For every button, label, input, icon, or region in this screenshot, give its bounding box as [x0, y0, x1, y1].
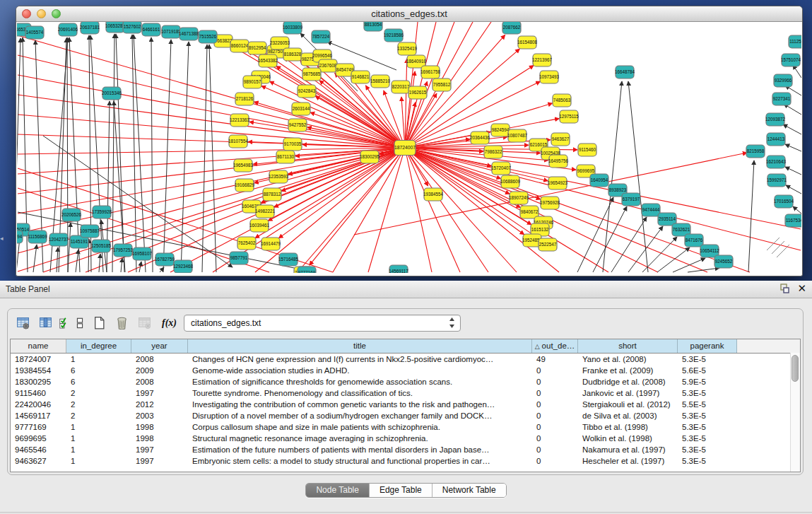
graph-node[interactable]: 12353593: [269, 170, 289, 183]
graph-node[interactable]: 16033809: [283, 22, 303, 34]
table-cell[interactable]: 5.3E-5: [678, 444, 737, 455]
table-cell[interactable]: 5.6E-5: [678, 365, 737, 376]
table-cell[interactable]: 9463627: [11, 455, 66, 467]
graph-node[interactable]: 1167534: [785, 214, 801, 227]
graph-node[interactable]: 8220317: [392, 81, 410, 93]
graph-node[interactable]: 8671130: [276, 151, 295, 163]
graph-node[interactable]: 1112534: [789, 35, 801, 48]
graph-node[interactable]: 9474444: [642, 204, 660, 216]
table-cell[interactable]: 1998: [131, 421, 188, 433]
graph-node[interactable]: 19166829: [235, 179, 255, 192]
table-cell[interactable]: 1997: [131, 455, 188, 467]
graph-node[interactable]: 19218586: [384, 29, 404, 42]
graph-node[interactable]: 7515526: [199, 30, 217, 43]
graph-node[interactable]: 8471676: [685, 234, 703, 247]
graph-node[interactable]: 10973493: [539, 71, 560, 83]
graph-node[interactable]: 10807487: [507, 129, 528, 142]
table-cell[interactable]: 49: [532, 354, 578, 365]
graph-node[interactable]: 9242843: [298, 85, 316, 98]
table-cell[interactable]: Genome-wide association studies in ADHD.: [188, 365, 532, 376]
table-cell[interactable]: 5.9E-5: [678, 376, 737, 387]
table-cell[interactable]: 22420046: [11, 399, 66, 410]
graph-node[interactable]: 8813054: [364, 22, 382, 31]
table-cell[interactable]: 1: [66, 354, 131, 365]
graph-node[interactable]: 12505185: [91, 240, 112, 252]
table-row[interactable]: 969969511998Structural magnetic resonanc…: [11, 433, 800, 444]
graph-node[interactable]: 7625402: [237, 237, 256, 250]
table-cell[interactable]: de Silva et al. (2003): [578, 410, 678, 421]
graph-node[interactable]: 16154808: [517, 36, 538, 49]
table-row[interactable]: 911546021997Tourette syndrome. Phenomeno…: [11, 387, 800, 399]
graph-node[interactable]: 9463627: [551, 133, 570, 146]
table-cell[interactable]: Stergiakouli et al. (2012): [578, 399, 678, 410]
table-cell[interactable]: 5.3E-5: [678, 433, 737, 444]
graph-node[interactable]: 18724007: [394, 141, 416, 156]
graph-node[interactable]: 16039461: [249, 219, 270, 232]
table-cell[interactable]: 5.3E-5: [678, 455, 737, 467]
table-cell[interactable]: 0: [532, 365, 578, 376]
panel-collapse-arrow-icon[interactable]: ◂: [0, 235, 4, 242]
graph-node[interactable]: 7857224: [312, 30, 330, 43]
graph-node[interactable]: 7485063: [553, 94, 571, 107]
network-graph[interactable]: 7663822866012489129549827503232260531654…: [17, 22, 801, 273]
table-cell[interactable]: 1: [66, 444, 131, 455]
graph-node[interactable]: 18107554: [228, 135, 249, 148]
table-cell[interactable]: 0: [532, 410, 578, 421]
graph-node[interactable]: 10653287: [105, 22, 126, 33]
table-cell[interactable]: Estimation of significance thresholds fo…: [188, 376, 532, 387]
graph-node[interactable]: 1405574: [25, 26, 44, 39]
graph-node[interactable]: 16495756: [548, 155, 569, 168]
table-cell[interactable]: 9777169: [11, 421, 66, 433]
graph-node[interactable]: 12213363: [230, 114, 250, 127]
table-row[interactable]: 1872400712008Changes of HCN gene express…: [11, 354, 800, 365]
graph-node[interactable]: 12975115: [559, 110, 579, 123]
graph-node[interactable]: 15751074: [781, 54, 801, 66]
table-cell[interactable]: 0: [532, 433, 578, 444]
rows-icon[interactable]: [74, 314, 86, 332]
table-cell[interactable]: 6: [66, 376, 131, 387]
table-cell[interactable]: 5.3E-5: [678, 410, 737, 421]
table-cell[interactable]: 0: [532, 444, 578, 455]
table-cell[interactable]: Corpus callosum shape and size in male p…: [188, 421, 532, 433]
column-header-title[interactable]: title: [188, 339, 532, 353]
graph-node[interactable]: 20015346: [102, 87, 122, 100]
table-settings-icon[interactable]: [13, 314, 32, 332]
select-rows-icon[interactable]: [59, 314, 70, 332]
table-cell[interactable]: 2012: [131, 399, 188, 410]
graph-node[interactable]: 15885210: [370, 75, 391, 88]
graph-node[interactable]: 16782759: [155, 253, 175, 266]
column-header-name[interactable]: name: [11, 339, 66, 353]
table-row[interactable]: 2242004622012Investigating the contribut…: [11, 399, 800, 410]
graph-node[interactable]: 12213967: [532, 54, 553, 66]
graph-node[interactable]: 12093872: [765, 113, 786, 126]
graph-node[interactable]: 14671388: [179, 28, 199, 40]
table-cell[interactable]: Yano et al. (2008): [578, 354, 678, 365]
graph-node[interactable]: 2718126: [235, 93, 254, 105]
table-cell[interactable]: 2009: [131, 365, 188, 376]
table-cell[interactable]: 18724007: [11, 354, 66, 365]
table-row[interactable]: 1830029562008Estimation of significance …: [11, 376, 800, 387]
graph-node[interactable]: 17957253: [113, 244, 134, 257]
table-scrollbar[interactable]: [790, 353, 800, 472]
graph-node[interactable]: 20637181: [80, 22, 100, 34]
table-cell[interactable]: Investigating the contribution of common…: [188, 399, 532, 410]
graph-node[interactable]: 14982221: [255, 205, 276, 218]
graph-node[interactable]: 9875685: [302, 68, 321, 81]
close-panel-icon[interactable]: ✕: [797, 283, 806, 294]
graph-node[interactable]: 9890157: [243, 76, 261, 88]
table-cell[interactable]: 5.3E-5: [678, 421, 737, 433]
table-cell[interactable]: 2: [66, 399, 131, 410]
graph-node[interactable]: 11156869: [28, 230, 47, 243]
graph-node[interactable]: 10975887: [80, 225, 100, 238]
graph-node[interactable]: 9777169: [298, 267, 316, 273]
table-scrollbar-thumb[interactable]: [792, 355, 799, 382]
graph-node[interactable]: 16648784: [615, 66, 635, 78]
network-window[interactable]: citations_edges.txt 76638228660124891295…: [16, 6, 803, 276]
graph-node[interactable]: 1962615: [408, 86, 427, 99]
table-cell[interactable]: Tibbo et al. (1998): [578, 421, 678, 433]
graph-node[interactable]: 9170035: [283, 138, 302, 151]
graph-node[interactable]: 14569117: [389, 265, 408, 273]
tab-node-table[interactable]: Node Table: [306, 484, 370, 497]
graph-node[interactable]: 7986322: [484, 146, 502, 158]
table-cell[interactable]: 0: [532, 376, 578, 387]
